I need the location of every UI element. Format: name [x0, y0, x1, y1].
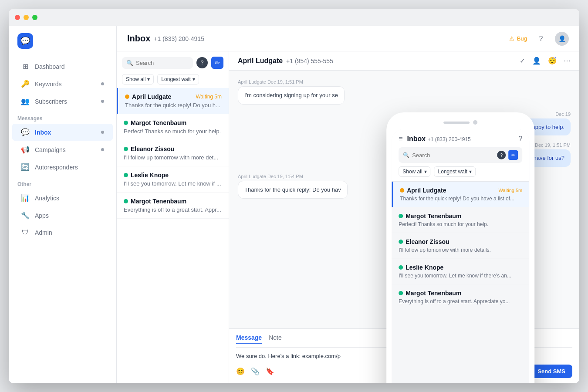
phone-longest-wait-filter[interactable]: Longest wait ▾: [434, 166, 476, 177]
conversation-item[interactable]: April Ludgate Waiting 5m Thanks for the …: [117, 88, 229, 114]
phone-status-indicator: [400, 188, 404, 193]
phone-show-all-filter[interactable]: Show all ▾: [399, 166, 430, 177]
compose-button[interactable]: ✏: [211, 57, 223, 69]
conversation-item[interactable]: Eleanor Zissou I'll follow up tomorrow w…: [117, 140, 229, 166]
sidebar-item-label: Campaigns: [35, 146, 96, 153]
phone-longest-wait-label: Longest wait: [438, 169, 467, 175]
phone-notch: [392, 118, 529, 129]
chat-header: April Ludgate +1 (954) 555-555 ✓ 👤 😴 ⋯: [229, 51, 579, 71]
tab-message[interactable]: Message: [236, 334, 262, 344]
phone-inbox-phone: +1 (833) 200-4915: [428, 136, 471, 142]
phone-search-input[interactable]: [412, 152, 494, 159]
chat-container: April Ludgate +1 (954) 555-555 ✓ 👤 😴 ⋯: [229, 51, 579, 383]
sidebar-item-dashboard[interactable]: ⊞ Dashboard: [12, 58, 113, 75]
conversation-item[interactable]: Leslie Knope I'll see you tomorrow. Let …: [117, 166, 229, 193]
message-meta: April Ludgate Dec 19, 1:51 PM: [238, 79, 345, 84]
phone-conversation-item[interactable]: Leslie Knope I'll see you tomorrow. Let …: [392, 259, 529, 284]
sidebar-item-admin[interactable]: 🛡 Admin: [12, 224, 113, 241]
phone-help-icon[interactable]: ?: [518, 135, 522, 143]
sidebar-item-label: Dashboard: [35, 63, 104, 70]
phone-conv-preview: Everything is off to a great start. Appr…: [399, 298, 522, 304]
conv-preview: Perfect! Thanks so much for your help.: [124, 128, 222, 135]
more-icon[interactable]: ⋯: [564, 57, 571, 65]
bug-button[interactable]: ⚠ Bug: [509, 35, 527, 42]
show-all-filter[interactable]: Show all ▾: [122, 74, 154, 84]
sidebar-item-inbox[interactable]: 💬 Inbox: [12, 124, 113, 141]
phone-conversation-item[interactable]: April Ludgate Waiting 5m Thanks for the …: [392, 182, 529, 207]
conv-header: Margot Tenenbaum: [124, 119, 222, 126]
chat-contact-phone: +1 (954) 555-555: [286, 57, 333, 64]
tab-note[interactable]: Note: [269, 334, 282, 344]
chevron-down-icon: ▾: [193, 76, 195, 82]
sidebar-item-campaigns[interactable]: 📢 Campaigns: [12, 141, 113, 158]
snooze-icon[interactable]: 😴: [548, 57, 557, 65]
phone-help-circle[interactable]: ?: [497, 151, 506, 159]
inbox-icon: 💬: [21, 128, 30, 136]
checkmark-icon[interactable]: ✓: [520, 57, 525, 65]
status-indicator: [125, 95, 129, 99]
close-button[interactable]: [15, 15, 20, 20]
conv-waiting: Waiting 5m: [196, 94, 222, 100]
keywords-icon: 🔑: [21, 80, 30, 88]
bug-label: Bug: [517, 35, 527, 42]
phone-header: ≡ Inbox +1 (833) 200-4915 ?: [392, 129, 529, 182]
status-indicator: [124, 173, 128, 177]
sidebar-item-autoresponders[interactable]: 🔄 Autoresponders: [12, 159, 113, 176]
user-icon[interactable]: 👤: [532, 57, 541, 65]
inbox-list: 🔍 ? ✏ Show all ▾ Longest wait: [117, 51, 229, 383]
autoresponders-icon: 🔄: [21, 163, 30, 171]
status-indicator: [124, 147, 128, 151]
phone-content: ≡ Inbox +1 (833) 200-4915 ?: [392, 129, 529, 383]
help-button[interactable]: ?: [534, 32, 548, 46]
inbox-search-area: 🔍 ? ✏: [117, 51, 229, 72]
search-input[interactable]: [136, 60, 189, 66]
sidebar-item-label: Admin: [35, 229, 104, 236]
phone-inbox-title: Inbox: [407, 135, 426, 142]
maximize-button[interactable]: [32, 15, 37, 20]
chat-actions: ✓ 👤 😴 ⋯: [520, 57, 571, 65]
phone-conversation-item[interactable]: Margot Tenenbaum Everything is off to a …: [392, 284, 529, 310]
sidebar-item-subscribers[interactable]: 👥 Subscribers: [12, 93, 113, 110]
emoji-icon[interactable]: 😊: [236, 367, 245, 375]
nav-dot: [101, 82, 104, 85]
phone-compose-icon[interactable]: ✏: [508, 150, 518, 160]
minimize-button[interactable]: [24, 15, 29, 20]
conversation-item[interactable]: Margot Tenenbaum Everything is off to a …: [117, 193, 229, 219]
phone-search-icon: 🔍: [403, 152, 409, 158]
logo: 💬: [9, 33, 116, 57]
sidebar-item-label: Inbox: [35, 129, 96, 136]
sidebar-item-label: Apps: [35, 212, 104, 219]
avatar[interactable]: 👤: [555, 32, 569, 46]
bookmark-icon[interactable]: 🔖: [266, 367, 274, 375]
conv-preview: Everything is off to a great start. Appr…: [124, 206, 222, 213]
help-icon: ?: [539, 35, 543, 43]
conv-preview: I'll see you tomorrow. Let me know if ..…: [124, 180, 222, 187]
longest-wait-label: Longest wait: [161, 76, 190, 82]
conv-header: Eleanor Zissou: [124, 145, 222, 152]
conv-header: April Ludgate Waiting 5m: [125, 93, 222, 100]
sidebar-item-label: Autoresponders: [35, 164, 104, 171]
sidebar-item-keywords[interactable]: 🔑 Keywords: [12, 75, 113, 92]
send-sms-button[interactable]: Send SMS: [531, 365, 572, 378]
phone-conv-name: Margot Tenenbaum: [406, 290, 461, 297]
longest-wait-filter[interactable]: Longest wait ▾: [157, 74, 199, 84]
sidebar-item-apps[interactable]: 🔧 Apps: [12, 207, 113, 224]
phone-conv-name: Leslie Knope: [406, 264, 443, 271]
analytics-icon: 📊: [21, 194, 30, 202]
inbox-filters: Show all ▾ Longest wait ▾: [117, 72, 229, 88]
messages-section-title: Messages: [9, 110, 116, 123]
help-inbox-icon[interactable]: ?: [196, 57, 208, 68]
conversation-item[interactable]: Margot Tenenbaum Perfect! Thanks so much…: [117, 114, 229, 140]
phone-conv-name: Margot Tenenbaum: [406, 213, 461, 220]
page-title: Inbox: [127, 34, 150, 44]
menu-icon[interactable]: ≡: [399, 135, 402, 143]
other-section-title: Other: [9, 176, 116, 189]
phone-conversation-item[interactable]: Margot Tenenbaum Perfect! Thanks so much…: [392, 207, 529, 233]
sidebar-item-analytics[interactable]: 📊 Analytics: [12, 189, 113, 206]
main-area: Inbox +1 (833) 200-4915 ⚠ Bug ? 👤: [117, 26, 579, 383]
attachment-icon[interactable]: 📎: [251, 367, 260, 375]
header: Inbox +1 (833) 200-4915 ⚠ Bug ? 👤: [117, 26, 579, 51]
status-indicator: [124, 199, 128, 203]
phone-conversation-item[interactable]: Eleanor Zissou I'll follow up tomorrow w…: [392, 233, 529, 259]
inbox-conversations: April Ludgate Waiting 5m Thanks for the …: [117, 88, 229, 383]
